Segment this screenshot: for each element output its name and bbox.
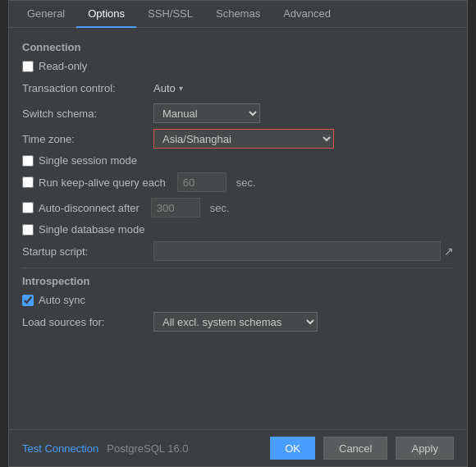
test-connection-link[interactable]: Test Connection bbox=[22, 442, 98, 455]
keep-alive-label: Run keep-alive query each bbox=[39, 176, 166, 189]
tab-options[interactable]: Options bbox=[76, 1, 136, 28]
section-divider bbox=[22, 268, 454, 268]
auto-disconnect-row: Auto-disconnect after 300 sec. bbox=[22, 198, 454, 217]
startup-script-input[interactable] bbox=[153, 241, 441, 261]
single-db-label: Single database mode bbox=[39, 223, 144, 236]
single-session-row: Single session mode bbox=[22, 154, 454, 167]
tabs-bar: General Options SSH/SSL Schemas Advanced bbox=[9, 1, 467, 28]
auto-disconnect-label: Auto-disconnect after bbox=[39, 202, 140, 214]
load-sources-label: Load sources for: bbox=[22, 316, 153, 328]
load-sources-row: Load sources for: All excl. system schem… bbox=[22, 312, 454, 332]
pg-version-label: PostgreSQL 16.0 bbox=[107, 442, 188, 455]
single-session-label: Single session mode bbox=[39, 154, 137, 167]
tab-general[interactable]: General bbox=[16, 1, 76, 28]
bottom-bar: Test Connection PostgreSQL 16.0 OK Cance… bbox=[9, 429, 467, 466]
options-content: Connection Read-only Transaction control… bbox=[9, 28, 467, 429]
auto-sync-row: Auto sync bbox=[22, 294, 454, 306]
transaction-control-row: Transaction control: Auto ▾ bbox=[22, 78, 454, 98]
ok-button[interactable]: OK bbox=[270, 437, 315, 460]
time-zone-select[interactable]: Asia/Shanghai bbox=[153, 129, 334, 149]
auto-disconnect-unit: sec. bbox=[210, 202, 230, 214]
startup-script-row: Startup script: ↗ bbox=[22, 241, 454, 261]
keep-alive-unit: sec. bbox=[236, 176, 256, 189]
readonly-checkbox[interactable] bbox=[22, 61, 34, 72]
switch-schema-select[interactable]: Manual bbox=[153, 103, 260, 123]
tab-ssh-ssl[interactable]: SSH/SSL bbox=[136, 1, 204, 28]
auto-sync-checkbox[interactable] bbox=[22, 295, 34, 306]
tab-schemas[interactable]: Schemas bbox=[204, 1, 272, 28]
chevron-down-icon: ▾ bbox=[179, 84, 183, 93]
transaction-control-label: Transaction control: bbox=[22, 82, 153, 94]
readonly-label: Read-only bbox=[39, 60, 87, 72]
tab-advanced[interactable]: Advanced bbox=[272, 1, 342, 28]
cancel-button[interactable]: Cancel bbox=[323, 437, 387, 460]
single-db-row: Single database mode bbox=[22, 223, 454, 236]
auto-disconnect-input[interactable]: 300 bbox=[151, 198, 200, 217]
transaction-control-value: Auto bbox=[153, 82, 176, 94]
single-session-checkbox[interactable] bbox=[22, 155, 34, 167]
keep-alive-row: Run keep-alive query each 60 sec. bbox=[22, 172, 454, 192]
auto-disconnect-checkbox[interactable] bbox=[22, 202, 34, 213]
introspection-section-header: Introspection bbox=[22, 275, 454, 287]
keep-alive-input[interactable]: 60 bbox=[177, 172, 227, 192]
switch-schema-row: Switch schema: Manual bbox=[22, 103, 454, 123]
single-db-checkbox[interactable] bbox=[22, 224, 34, 236]
transaction-control-dropdown[interactable]: Auto ▾ bbox=[153, 82, 183, 94]
time-zone-row: Time zone: Asia/Shanghai bbox=[22, 129, 454, 149]
expand-icon[interactable]: ↗ bbox=[444, 245, 454, 258]
readonly-row: Read-only bbox=[22, 60, 454, 72]
load-sources-select[interactable]: All excl. system schemas bbox=[153, 312, 318, 332]
dialog: General Options SSH/SSL Schemas Advanced… bbox=[8, 0, 468, 467]
connection-section-header: Connection bbox=[22, 41, 454, 53]
switch-schema-label: Switch schema: bbox=[22, 108, 153, 120]
apply-button[interactable]: Apply bbox=[396, 437, 454, 460]
auto-sync-label: Auto sync bbox=[39, 294, 85, 306]
keep-alive-checkbox[interactable] bbox=[22, 176, 34, 188]
time-zone-label: Time zone: bbox=[22, 133, 153, 145]
startup-script-label: Startup script: bbox=[22, 245, 153, 258]
